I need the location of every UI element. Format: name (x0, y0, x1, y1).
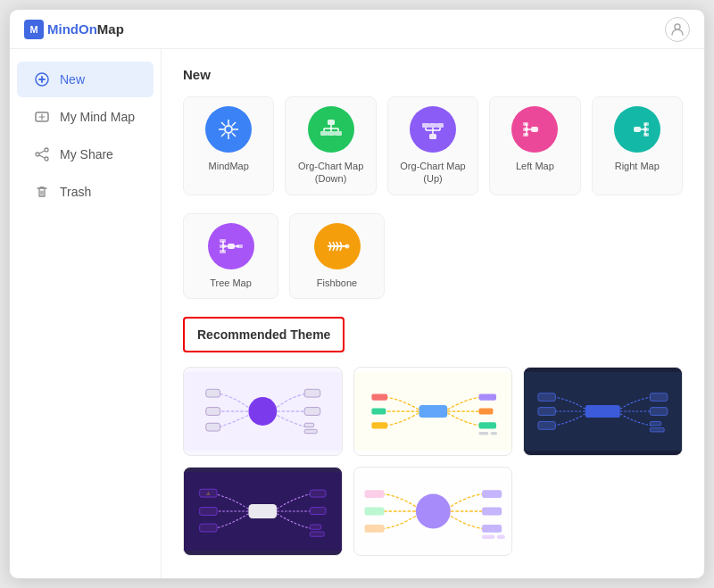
svg-rect-25 (429, 134, 436, 139)
map-type-fishbone[interactable]: Fishbone (289, 213, 385, 299)
svg-rect-93 (538, 421, 555, 429)
trash-icon (33, 183, 51, 201)
theme-card-1[interactable] (183, 367, 343, 456)
svg-rect-107 (310, 532, 324, 536)
tree-map-icon (208, 223, 254, 269)
svg-rect-111 (482, 507, 502, 515)
logo-icon: M (24, 20, 44, 39)
theme-card-5[interactable] (353, 467, 513, 556)
app-window: M MindOnMap New (9, 9, 705, 579)
org-chart-down-icon (308, 106, 354, 153)
theme-grid: ⚠ (183, 367, 683, 556)
svg-rect-102 (200, 524, 217, 532)
svg-rect-23 (328, 131, 335, 136)
svg-rect-31 (422, 123, 429, 128)
new-section-title: New (183, 67, 683, 82)
theme-card-4[interactable]: ⚠ (183, 467, 343, 556)
left-map-label: Left Map (516, 160, 554, 172)
sidebar-item-new-label: New (60, 72, 85, 87)
sidebar-item-my-share[interactable]: My Share (17, 137, 154, 172)
svg-rect-116 (364, 507, 384, 515)
svg-rect-97 (651, 427, 665, 431)
user-avatar-icon[interactable] (665, 17, 690, 42)
svg-rect-114 (497, 534, 505, 538)
mindmap-label: MindMap (209, 160, 249, 172)
theme-card-2[interactable] (353, 367, 513, 456)
map-type-left-map[interactable]: Left Map (489, 96, 580, 195)
svg-rect-34 (531, 127, 538, 132)
title-bar: M MindOnMap (10, 10, 704, 49)
new-icon (33, 70, 51, 88)
org-chart-down-label: Org-Chart Map(Down) (298, 160, 363, 186)
svg-rect-94 (651, 393, 668, 402)
svg-rect-41 (523, 128, 528, 131)
sidebar-item-new[interactable]: New (17, 62, 154, 97)
sidebar-item-trash-label: Trash (60, 185, 91, 199)
org-chart-up-label: Org-Chart Map (Up) (394, 160, 472, 186)
svg-rect-50 (643, 128, 649, 131)
left-map-icon (511, 106, 558, 153)
svg-rect-87 (478, 432, 488, 435)
svg-rect-92 (538, 407, 555, 415)
svg-rect-74 (206, 423, 220, 431)
tree-map-label: Tree Map (210, 277, 252, 289)
sidebar: New My Mind Map (10, 49, 162, 578)
logo-text: MindOnMap (47, 21, 124, 37)
svg-point-4 (36, 153, 39, 156)
svg-rect-16 (328, 120, 335, 125)
svg-rect-104 (310, 490, 326, 497)
svg-rect-78 (304, 429, 317, 433)
svg-line-13 (232, 133, 236, 137)
svg-rect-72 (206, 389, 220, 397)
svg-rect-88 (490, 432, 496, 435)
svg-point-71 (248, 397, 277, 426)
svg-rect-84 (478, 393, 495, 400)
svg-point-69 (345, 244, 349, 248)
svg-rect-117 (364, 525, 384, 533)
content-area: New (162, 49, 704, 578)
sidebar-item-my-mind-map[interactable]: My Mind Map (17, 99, 154, 135)
svg-rect-110 (482, 490, 502, 498)
map-type-grid-row2: Tree Map (183, 213, 683, 299)
svg-rect-76 (304, 407, 320, 415)
svg-rect-112 (482, 525, 502, 533)
svg-rect-32 (429, 123, 436, 128)
svg-rect-56 (220, 244, 226, 248)
recommended-section: Recommended Theme (183, 317, 683, 556)
svg-rect-49 (643, 122, 649, 126)
map-type-mindmap[interactable]: MindMap (183, 96, 274, 195)
sidebar-item-trash[interactable]: Trash (17, 174, 154, 210)
map-type-right-map[interactable]: Right Map (592, 96, 683, 195)
svg-rect-106 (310, 525, 320, 529)
org-chart-up-icon (410, 106, 456, 153)
svg-rect-115 (364, 490, 384, 498)
svg-rect-96 (651, 421, 661, 425)
map-type-org-chart-down[interactable]: Org-Chart Map(Down) (285, 96, 376, 195)
sidebar-item-my-share-label: My Share (60, 147, 113, 161)
svg-rect-80 (419, 405, 447, 418)
map-type-org-chart-up[interactable]: Org-Chart Map (Up) (387, 96, 478, 195)
fishbone-icon (314, 223, 361, 269)
svg-point-0 (675, 24, 680, 29)
mindmap-icon (205, 106, 252, 153)
svg-rect-86 (478, 422, 495, 428)
svg-point-7 (226, 127, 231, 132)
right-map-label: Right Map (615, 160, 660, 172)
theme-card-3[interactable] (523, 367, 683, 456)
map-type-tree-map[interactable]: Tree Map (183, 213, 278, 299)
map-type-grid-row1: MindMap (183, 96, 683, 195)
svg-rect-82 (371, 408, 386, 414)
svg-line-12 (221, 122, 225, 126)
fishbone-label: Fishbone (317, 277, 357, 289)
svg-rect-85 (478, 408, 493, 414)
svg-rect-90 (585, 405, 620, 418)
svg-rect-103 (248, 504, 277, 518)
svg-rect-51 (643, 133, 649, 137)
svg-rect-24 (335, 131, 342, 136)
svg-rect-33 (436, 123, 444, 128)
svg-rect-22 (320, 131, 328, 136)
main-content: New My Mind Map (10, 49, 704, 578)
svg-rect-59 (237, 244, 243, 248)
svg-line-14 (232, 122, 236, 126)
svg-point-3 (45, 148, 48, 152)
